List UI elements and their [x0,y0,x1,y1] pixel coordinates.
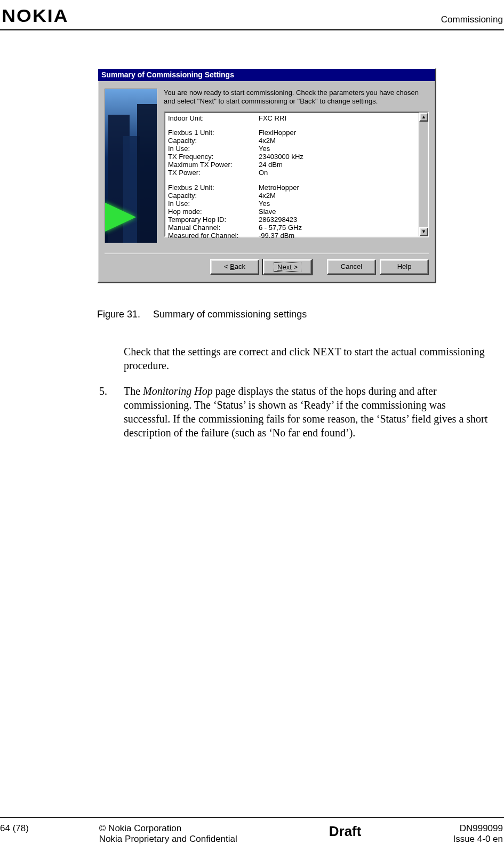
dialog-titlebar: Summary of Commissioning Settings [98,69,435,81]
list-item-value: 24 dBm [259,161,415,169]
list-item-key: In Use: [168,145,259,153]
list-item-value: Slave [259,208,415,216]
page-footer: 64 (78) © Nokia Corporation Nokia Propri… [0,823,504,845]
dialog-right-column: You are now ready to start commissioning… [164,89,429,243]
footer-mid: © Nokia Corporation Nokia Proprietary an… [99,823,237,845]
list-item: In Use:Yes [168,145,415,153]
list-item: TX Frequency:23403000 kHz [168,153,415,161]
figure-caption-text: Summary of commissioning settings [153,309,307,320]
list-item: TX Power:On [168,169,415,177]
list-item-key: TX Frequency: [168,153,259,161]
list-item-value: 23403000 kHz [259,153,415,161]
footer-rule [0,817,504,818]
step-text: The Monitoring Hop page displays the sta… [124,384,491,440]
page-header: NOKIA Commissioning [0,0,504,29]
dialog-button-row: < Back Next > Cancel Help [98,254,435,282]
list-item-key: Indoor Unit: [168,115,259,123]
listbox-scrollbar[interactable]: ▲ ▼ [419,113,428,236]
list-item-value: FXC RRI [259,115,415,123]
step-number: 5. [99,384,124,440]
commissioning-dialog: Summary of Commissioning Settings You ar… [97,68,436,283]
scroll-down-button[interactable]: ▼ [419,227,428,236]
dialog-body: You are now ready to start commissioning… [98,81,435,249]
footer-issue: Issue 4-0 en [453,834,503,845]
footer-right: DN999099 Issue 4-0 en [453,823,503,845]
list-item-key: Maximum TX Power: [168,161,259,169]
footer-draft-stamp: Draft [308,823,383,840]
list-item: Flexbus 1 Unit:FlexiHopper [168,129,415,137]
list-item-value: 2863298423 [259,216,415,224]
list-item-value: Yes [259,145,415,153]
list-item-value: -99.37 dBm [259,232,415,240]
content-area: Summary of Commissioning Settings You ar… [0,30,504,440]
cancel-button[interactable]: Cancel [327,259,376,275]
list-item-key: Capacity: [168,192,259,200]
list-item-value: 4x2M [259,137,415,145]
footer-copyright: © Nokia Corporation [99,823,237,834]
section-name: Commissioning [441,14,504,26]
list-item: Indoor Unit:FXC RRI [168,115,415,123]
wizard-sidebar-image [105,89,157,243]
list-item: Manual Channel:6 - 57,75 GHz [168,224,415,232]
list-item-value: On [259,169,415,177]
green-arrow-icon [105,202,136,232]
list-item-value: MetroHopper [259,184,415,192]
list-item-key: Temporary Hop ID: [168,216,259,224]
scroll-up-button[interactable]: ▲ [419,113,428,122]
settings-list: Indoor Unit:FXC RRIFlexbus 1 Unit:FlexiH… [165,113,419,236]
footer-confidential: Nokia Proprietary and Confidential [99,834,237,845]
list-item: Capacity:4x2M [168,192,415,200]
dialog-instruction: You are now ready to start commissioning… [164,89,429,106]
next-button[interactable]: Next > [263,259,312,275]
back-button[interactable]: < Back [210,259,259,275]
nokia-logo: NOKIA [0,5,69,26]
list-item: Measured for Channel:-99.37 dBm [168,232,415,240]
list-item-value: 4x2M [259,192,415,200]
list-item: Temporary Hop ID:2863298423 [168,216,415,224]
list-item-value: FlexiHopper [259,129,415,137]
list-item-key: Flexbus 1 Unit: [168,129,259,137]
list-item-key: Flexbus 2 Unit: [168,184,259,192]
list-item: Capacity:4x2M [168,137,415,145]
list-item-key: Manual Channel: [168,224,259,232]
figure-number: Figure 31. [97,309,140,320]
check-instruction-paragraph: Check that the settings are correct and … [124,345,491,372]
list-item: Flexbus 2 Unit:MetroHopper [168,184,415,192]
footer-page-number: 64 (78) [0,823,29,834]
list-item: Hop mode:Slave [168,208,415,216]
list-item-key: In Use: [168,200,259,208]
list-item-value: Yes [259,200,415,208]
screenshot-figure: Summary of Commissioning Settings You ar… [97,68,436,283]
help-button[interactable]: Help [380,259,429,275]
footer-doc-number: DN999099 [453,823,503,834]
list-item-key: TX Power: [168,169,259,177]
settings-listbox[interactable]: Indoor Unit:FXC RRIFlexbus 1 Unit:FlexiH… [164,112,429,237]
list-item-key: Hop mode: [168,208,259,216]
figure-caption: Figure 31.Summary of commissioning setti… [97,309,504,320]
list-item-key: Capacity: [168,137,259,145]
step-5: 5. The Monitoring Hop page displays the … [99,384,491,440]
list-item: Maximum TX Power:24 dBm [168,161,415,169]
list-item-key: Measured for Channel: [168,232,259,240]
list-item-value: 6 - 57,75 GHz [259,224,415,232]
list-item: In Use:Yes [168,200,415,208]
